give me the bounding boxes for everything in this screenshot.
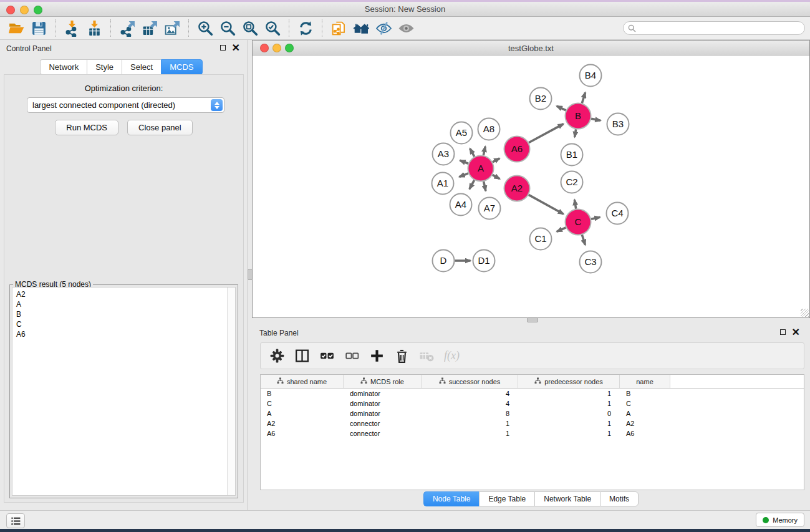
mcds-result-item[interactable]: A xyxy=(16,299,235,309)
node-A6[interactable]: A6 xyxy=(504,137,530,162)
table-row[interactable]: Adominator80A xyxy=(261,409,804,418)
refresh-button[interactable] xyxy=(294,19,317,37)
settings-button[interactable] xyxy=(266,346,289,367)
window-resize-grip[interactable] xyxy=(801,309,809,317)
node-A[interactable]: A xyxy=(468,156,494,181)
edge-B-B3[interactable] xyxy=(591,118,600,120)
node-A8[interactable]: A8 xyxy=(478,118,500,140)
node-C[interactable]: C xyxy=(566,210,591,235)
column-header-predecessor-nodes[interactable]: predecessor nodes xyxy=(518,375,620,388)
export-image-button[interactable] xyxy=(161,19,183,37)
cell-successor-nodes[interactable]: 1 xyxy=(422,420,518,427)
export-table-button[interactable] xyxy=(138,19,161,37)
cell-name[interactable]: C xyxy=(620,400,670,407)
cell-MCDS-role[interactable]: connector xyxy=(344,420,422,427)
mcds-result-item[interactable]: C xyxy=(16,319,235,329)
float-panel-icon[interactable] xyxy=(220,45,226,51)
add-column-button[interactable] xyxy=(365,346,388,367)
node-B[interactable]: B xyxy=(566,104,591,129)
node-D1[interactable]: D1 xyxy=(473,250,495,272)
column-header-shared-name[interactable]: shared name xyxy=(261,375,344,388)
edge-B-B2[interactable] xyxy=(557,106,566,110)
vertical-scroll-thumb[interactable] xyxy=(248,269,253,280)
mcds-result-item[interactable]: B xyxy=(16,309,235,319)
column-header-name[interactable]: name xyxy=(620,375,670,388)
mcds-result-item[interactable]: A2 xyxy=(16,289,235,299)
cell-successor-nodes[interactable]: 4 xyxy=(422,390,518,397)
node-A1[interactable]: A1 xyxy=(432,173,454,195)
node-B2[interactable]: B2 xyxy=(530,88,552,110)
cell-shared-name[interactable]: C xyxy=(261,400,344,407)
cell-name[interactable]: A xyxy=(620,410,670,417)
edge-B-B4[interactable] xyxy=(582,92,585,103)
split-panel-button[interactable] xyxy=(291,346,314,367)
node-A2[interactable]: A2 xyxy=(504,176,530,201)
zoom-fit-button[interactable] xyxy=(239,19,261,37)
mcds-result-item[interactable]: A6 xyxy=(16,329,235,339)
cell-predecessor-nodes[interactable]: 1 xyxy=(518,390,620,397)
edge-C-C1[interactable] xyxy=(557,228,566,231)
column-header-successor-nodes[interactable]: successor nodes xyxy=(422,375,518,388)
edge-A-A1[interactable] xyxy=(460,173,468,177)
cell-shared-name[interactable]: A2 xyxy=(261,420,344,427)
hide-graphics-button[interactable] xyxy=(372,19,395,37)
node-D[interactable]: D xyxy=(433,250,455,272)
tab-network[interactable]: Network xyxy=(40,59,87,75)
cell-successor-nodes[interactable]: 8 xyxy=(422,410,518,417)
close-panel-icon[interactable]: ✕ xyxy=(232,44,240,51)
result-scrollbar[interactable] xyxy=(227,288,235,495)
edge-A-A5[interactable] xyxy=(470,148,475,157)
table-row[interactable]: Bdominator41B xyxy=(261,389,804,399)
import-table-button[interactable] xyxy=(83,19,105,37)
tab-select[interactable]: Select xyxy=(122,59,161,75)
network-canvas[interactable]: B4B2BB3A5A8A6A3B1AC2A1A2A4A7C4CC1C3DD1 xyxy=(253,56,810,321)
node-B3[interactable]: B3 xyxy=(607,114,629,135)
cell-MCDS-role[interactable]: dominator xyxy=(344,400,422,407)
export-network-button[interactable] xyxy=(116,19,138,37)
node-A7[interactable]: A7 xyxy=(479,198,501,220)
panel-menu-button[interactable] xyxy=(6,513,25,528)
cell-MCDS-role[interactable]: dominator xyxy=(344,410,422,417)
import-network-button[interactable] xyxy=(60,19,83,37)
zoom-selected-button[interactable] xyxy=(261,19,284,37)
tab-mcds[interactable]: MCDS xyxy=(161,59,202,75)
cell-name[interactable]: A6 xyxy=(620,430,670,437)
cell-name[interactable]: A2 xyxy=(620,420,670,427)
criterion-select[interactable]: largest connected component (directed) xyxy=(27,97,224,113)
deselect-all-button[interactable] xyxy=(340,346,364,367)
cell-predecessor-nodes[interactable]: 1 xyxy=(518,400,620,407)
cell-MCDS-role[interactable]: connector xyxy=(344,430,422,437)
open-browser-button[interactable] xyxy=(350,19,372,37)
select-all-button[interactable] xyxy=(316,346,339,367)
cell-predecessor-nodes[interactable]: 1 xyxy=(518,430,620,437)
edge-B-B1[interactable] xyxy=(575,129,576,137)
show-graphics-button[interactable] xyxy=(395,19,417,37)
cell-predecessor-nodes[interactable]: 1 xyxy=(518,420,620,427)
edge-C-C4[interactable] xyxy=(591,217,600,219)
node-C4[interactable]: C4 xyxy=(607,203,629,225)
edge-A-A4[interactable] xyxy=(470,180,475,189)
table-row[interactable]: A6connector11A6 xyxy=(261,428,804,438)
cell-shared-name[interactable]: B xyxy=(261,390,344,397)
cell-shared-name[interactable]: A6 xyxy=(261,430,344,437)
table-row[interactable]: Cdominator41C xyxy=(261,399,804,409)
edge-A2-C[interactable] xyxy=(529,195,564,214)
horizontal-scroll-thumb[interactable] xyxy=(527,317,538,322)
save-session-button[interactable] xyxy=(27,19,50,37)
cell-successor-nodes[interactable]: 4 xyxy=(422,400,518,407)
run-mcds-button[interactable]: Run MCDS xyxy=(55,120,118,135)
clone-network-button[interactable] xyxy=(327,19,350,37)
cell-MCDS-role[interactable]: dominator xyxy=(344,390,422,397)
cell-predecessor-nodes[interactable]: 0 xyxy=(518,410,620,417)
node-A4[interactable]: A4 xyxy=(450,194,472,216)
edge-C-C3[interactable] xyxy=(582,235,585,245)
cell-successor-nodes[interactable]: 1 xyxy=(422,430,518,437)
edge-A-A7[interactable] xyxy=(484,181,486,191)
memory-button[interactable]: Memory xyxy=(756,513,804,527)
cell-name[interactable]: B xyxy=(620,390,670,397)
edge-A-A8[interactable] xyxy=(483,147,485,155)
tab-network-table[interactable]: Network Table xyxy=(534,491,600,506)
zoom-out-button[interactable] xyxy=(216,19,239,37)
column-header-MCDS-role[interactable]: MCDS role xyxy=(344,375,422,388)
delete-column-button[interactable] xyxy=(390,346,413,367)
